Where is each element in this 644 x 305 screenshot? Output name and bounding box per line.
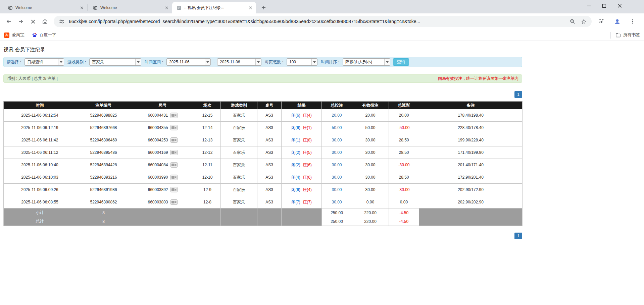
cell-table-no: AS3 — [257, 159, 282, 171]
tab-close-icon[interactable] — [164, 5, 169, 11]
cell-game-type: 百家乐 — [221, 159, 257, 171]
back-button[interactable] — [3, 15, 15, 27]
cell-session: 12-8 — [194, 196, 221, 208]
round-number: 660004169 — [148, 150, 168, 155]
column-header-5: 桌号 — [257, 102, 282, 109]
cell-bet-id: 522946398825 — [76, 109, 131, 122]
subtotal-total-bet: 250.00 — [322, 208, 352, 217]
round-video-icon[interactable] — [170, 137, 178, 143]
new-tab-button[interactable] — [259, 3, 268, 12]
cell-payout: 28.50 — [389, 134, 419, 146]
result-banker: 庄(6) — [303, 175, 312, 180]
tab-welcome-1[interactable]: Welcome — [3, 2, 87, 13]
column-header-9: 总派彩 — [389, 102, 419, 109]
tab-title: Welcome — [15, 5, 76, 10]
tab-close-icon[interactable] — [248, 5, 253, 11]
page-1-button[interactable]: 1 — [514, 233, 522, 239]
result-banker: 庄(8) — [303, 138, 312, 142]
column-header-2: 局号 — [131, 102, 194, 109]
site-info-icon[interactable] — [58, 17, 66, 25]
cell-result: 闲(6) 庄(4) — [282, 184, 322, 196]
menu-icon[interactable] — [627, 15, 639, 27]
navbar-right-icons — [596, 15, 639, 27]
profile-avatar[interactable] — [611, 15, 623, 27]
total-valid-bet: 220.00 — [352, 217, 389, 226]
cell-total-bet: 30.00 — [322, 146, 352, 159]
forward-button[interactable] — [15, 15, 27, 27]
date-to-value: 2025-11-06 — [217, 59, 255, 65]
cell-remark: 199.90/228.40 — [419, 134, 523, 146]
date-from-select[interactable]: 2025-11-06 — [166, 58, 211, 66]
round-video-icon[interactable] — [170, 187, 178, 192]
cell-valid-bet: 30.00 — [352, 134, 389, 146]
cell-session: 12-13 — [194, 134, 221, 146]
bookmark-baidu[interactable]: 百度一下 — [32, 32, 56, 38]
result-player: 闲(6) — [291, 187, 300, 192]
tab-welcome-2[interactable]: Welcome — [88, 2, 172, 13]
total-bet-link[interactable]: 30.00 — [332, 175, 342, 180]
round-video-icon[interactable] — [170, 113, 178, 118]
tab-close-icon[interactable] — [79, 5, 85, 11]
round-video-icon[interactable] — [170, 150, 178, 155]
cell-time: 2025-11-06 06:11:12 — [4, 146, 76, 159]
column-header-4: 游戏类别 — [221, 102, 257, 109]
page-size-value: 100 — [287, 59, 311, 65]
total-bet-link[interactable]: 50.00 — [332, 125, 342, 130]
sort-select[interactable]: 降幂(由大到小) — [343, 58, 390, 66]
result-banker: 庄(4) — [303, 113, 312, 118]
minimize-button[interactable] — [581, 0, 596, 11]
table-row: 2025-11-06 06:10:40 522946394428 6600040… — [4, 159, 523, 171]
total-bet-link[interactable]: 20.00 — [332, 113, 342, 118]
bookmark-taobao[interactable]: 淘 爱淘宝 — [4, 32, 24, 38]
baidu-icon — [32, 33, 37, 38]
round-video-icon[interactable] — [170, 125, 178, 130]
media-controls-icon[interactable] — [596, 15, 608, 27]
cell-game-type: 百家乐 — [221, 171, 257, 184]
cell-total-bet: 50.00 — [322, 122, 352, 134]
cell-round: 660004169 — [131, 146, 194, 159]
stop-loading-button[interactable] — [27, 15, 39, 27]
result-player: 闲(6) — [291, 125, 300, 130]
table-row: 2025-11-06 06:11:42 522946396460 6600042… — [4, 134, 523, 146]
cell-table-no: AS3 — [257, 134, 282, 146]
query-type-select[interactable]: 日期查询 — [24, 58, 64, 66]
cell-remark: 201.40/171.40 — [419, 159, 523, 171]
cell-payout: -30.00 — [389, 184, 419, 196]
all-bookmarks-label: 所有书签 — [623, 32, 640, 38]
search-button[interactable]: 查询 — [393, 58, 409, 66]
maximize-button[interactable] — [596, 0, 612, 11]
cell-payout: -30.00 — [389, 159, 419, 171]
cell-bet-id: 522946395486 — [76, 146, 131, 159]
cell-valid-bet: 0.00 — [352, 196, 389, 208]
total-bet-link[interactable]: 30.00 — [332, 187, 342, 192]
close-window-button[interactable] — [612, 0, 627, 11]
round-number: 660003892 — [148, 187, 168, 192]
url-bar[interactable]: 66cxkj98.com/ipl/portal.php/game/betreco… — [54, 16, 592, 27]
tab-betrecord-active[interactable]: :::视讯 会员下注纪录::: — [172, 2, 256, 13]
result-player: 闲(2) — [291, 150, 300, 155]
game-type-select[interactable]: 百家乐 — [89, 58, 141, 66]
round-number: 660004355 — [148, 125, 168, 130]
cell-game-type: 百家乐 — [221, 109, 257, 122]
page-size-select[interactable]: 100 — [287, 58, 317, 66]
total-bet-link[interactable]: 30.00 — [332, 138, 342, 142]
cell-result: 闲(1) 庄(8) — [282, 134, 322, 146]
total-bet-link[interactable]: 30.00 — [332, 150, 342, 155]
total-total-bet: 250.00 — [322, 217, 352, 226]
zoom-icon[interactable] — [568, 17, 577, 25]
round-video-icon[interactable] — [170, 175, 178, 180]
cell-time: 2025-11-06 06:11:42 — [4, 134, 76, 146]
cell-session: 12-9 — [194, 184, 221, 196]
bookmark-star-icon[interactable] — [580, 17, 588, 25]
total-bet-link[interactable]: 30.00 — [332, 163, 342, 167]
date-to-select[interactable]: 2025-11-06 — [217, 58, 261, 66]
round-video-icon[interactable] — [170, 162, 178, 168]
total-bet-link[interactable]: 30.00 — [332, 200, 342, 204]
table-row: 2025-11-06 06:12:19 522946397668 6600043… — [4, 122, 523, 134]
page-1-button[interactable]: 1 — [514, 91, 522, 98]
all-bookmarks-button[interactable]: 所有书签 — [615, 32, 640, 38]
page-content: 视讯 会员下注纪录 请选择： 日期查询 游戏类别： 百家乐 时间区间： 2025… — [3, 47, 522, 239]
home-button[interactable] — [39, 15, 51, 27]
game-type-value: 百家乐 — [90, 59, 135, 65]
round-video-icon[interactable] — [170, 199, 178, 205]
